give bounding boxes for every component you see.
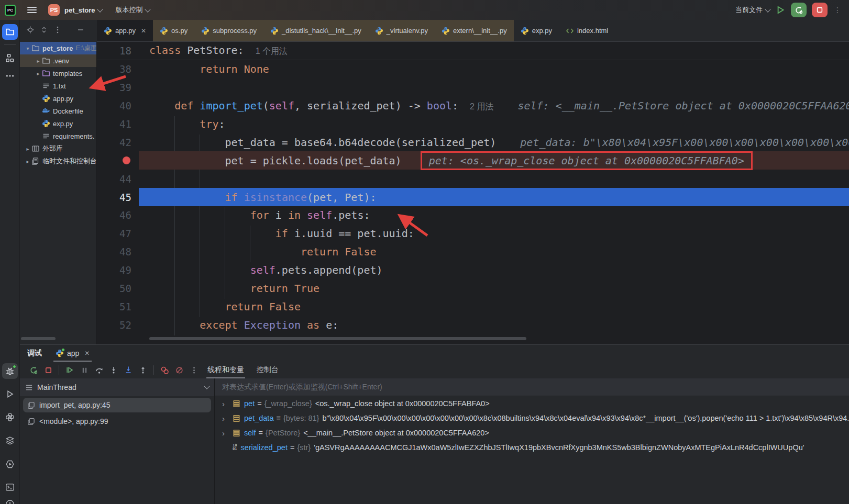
code-line[interactable]: 41 try:: [97, 115, 849, 133]
code-line[interactable]: 40 def import_pet(self, serialized_pet) …: [97, 97, 849, 115]
line-number[interactable]: 42: [97, 137, 139, 148]
code-line[interactable]: 52 except Exception as e:: [97, 316, 849, 334]
editor-tab[interactable]: _distutils_hack\__init__.py: [263, 20, 368, 41]
code-line[interactable]: 44: [97, 170, 849, 188]
line-number[interactable]: 52: [97, 319, 139, 331]
project-tree-item[interactable]: requirements.: [20, 130, 96, 142]
code-line[interactable]: 45 if isinstance(pet, Pet):: [97, 188, 849, 206]
line-number[interactable]: 45: [97, 192, 139, 203]
variable-row[interactable]: ›pet={_wrap_close}<os._wrap_close object…: [215, 396, 849, 411]
chevron-right-icon[interactable]: ›: [222, 399, 230, 408]
terminal-tool-icon[interactable]: [2, 479, 18, 495]
force-step-into-icon[interactable]: [121, 363, 136, 377]
run-button[interactable]: [775, 5, 786, 15]
editor-tab[interactable]: subprocess.py: [194, 20, 263, 41]
chevron-right-icon[interactable]: ›: [222, 414, 230, 423]
editor-hscrollbar[interactable]: [149, 337, 526, 340]
problems-tool-icon[interactable]: [2, 496, 18, 504]
editor-tab[interactable]: app.py✕: [97, 20, 153, 41]
debug-view-tab[interactable]: 控制台: [250, 362, 285, 378]
chevron-right-icon[interactable]: ›: [222, 429, 230, 438]
line-number[interactable]: 39: [97, 82, 139, 93]
breakpoint-gutter[interactable]: [97, 155, 139, 166]
more-icon[interactable]: [186, 363, 201, 377]
line-number[interactable]: 48: [97, 246, 139, 257]
run-tool-icon[interactable]: [2, 386, 18, 402]
code-line[interactable]: 46 for i in self.pets:: [97, 206, 849, 225]
step-out-icon[interactable]: [136, 363, 150, 377]
project-tree-item[interactable]: 1.txt: [20, 80, 96, 92]
close-icon[interactable]: ✕: [84, 350, 90, 357]
view-breakpoints-icon[interactable]: [157, 363, 172, 377]
debug-session-tab[interactable]: app ✕: [53, 345, 92, 362]
project-tree-item[interactable]: Dockerfile: [20, 105, 96, 117]
locate-file-icon[interactable]: [26, 26, 35, 36]
line-number[interactable]: 41: [97, 118, 139, 130]
debug-view-tab[interactable]: 线程和变量: [201, 362, 250, 378]
code-line[interactable]: 42 pet_data = base64.b64decode(serialize…: [97, 133, 849, 151]
project-tree-item[interactable]: ▸.venv: [20, 54, 96, 67]
step-over-icon[interactable]: [92, 363, 106, 377]
code-line[interactable]: 50 return True: [97, 279, 849, 298]
variable-row[interactable]: ›pet_data={bytes: 81}b"\x80\x04\x95F\x00…: [215, 411, 849, 425]
python-console-tool-icon[interactable]: [2, 409, 18, 425]
code-line[interactable]: 38 return None: [97, 60, 849, 79]
more-tools-icon[interactable]: [2, 68, 18, 84]
stop-button[interactable]: [812, 3, 828, 17]
hide-panel-icon[interactable]: [76, 26, 85, 36]
close-icon[interactable]: ✕: [141, 27, 146, 35]
project-panel-hscrollbar[interactable]: [21, 337, 56, 340]
line-number[interactable]: 38: [97, 63, 139, 75]
stop-icon[interactable]: [41, 363, 56, 377]
mute-breakpoints-icon[interactable]: [172, 363, 186, 377]
vcs-widget[interactable]: 版本控制: [116, 5, 150, 15]
project-tree-item[interactable]: ▸外部库: [20, 142, 96, 155]
editor-tab[interactable]: extern\__init__.py: [435, 20, 514, 41]
project-tree-item[interactable]: ▾pet_storeE:\桌面: [20, 42, 96, 54]
breakpoint-icon[interactable]: [123, 156, 130, 164]
line-number[interactable]: 46: [97, 209, 139, 221]
project-tree-item[interactable]: app.py: [20, 92, 96, 105]
main-menu-icon[interactable]: [27, 7, 37, 13]
editor-tab[interactable]: _virtualenv.py: [368, 20, 435, 41]
code-editor[interactable]: 18class PetStore:1 个用法 38 return None394…: [97, 42, 849, 344]
line-number[interactable]: 50: [97, 283, 139, 294]
resume-icon[interactable]: [62, 363, 77, 377]
line-number[interactable]: 51: [97, 301, 139, 312]
run-configuration-selector[interactable]: 当前文件: [735, 5, 770, 15]
variable-row[interactable]: ›self={PetStore}<__main__.PetStore objec…: [215, 425, 849, 440]
line-number[interactable]: 44: [97, 173, 139, 185]
thread-selector[interactable]: MainThread: [20, 378, 214, 396]
project-widget[interactable]: pet_store: [64, 6, 102, 14]
editor-tab[interactable]: index.html: [559, 20, 615, 41]
services-tool-icon[interactable]: [2, 433, 18, 449]
project-tree-item[interactable]: ▸临时文件和控制台: [20, 155, 96, 167]
line-number[interactable]: 47: [97, 228, 139, 239]
pause-icon[interactable]: [77, 363, 92, 377]
code-line[interactable]: 47 if i.uuid == pet.uuid:: [97, 225, 849, 243]
run-anything-tool-icon[interactable]: [2, 456, 18, 472]
editor-tab[interactable]: exp.py: [514, 20, 559, 41]
step-into-icon[interactable]: [106, 363, 121, 377]
code-line[interactable]: 39: [97, 79, 849, 97]
more-icon[interactable]: ⋮: [834, 6, 842, 14]
variable-row[interactable]: 1001serialized_pet={str}'gASVRgAAAAAAAAC…: [215, 440, 849, 455]
rerun-debug-button[interactable]: [791, 3, 807, 17]
stack-frame-row[interactable]: import_pet, app.py:45: [23, 398, 211, 412]
code-line[interactable]: 48 return False: [97, 243, 849, 261]
project-tool-icon[interactable]: [2, 24, 18, 40]
code-line[interactable]: pet = pickle.loads(pet_data)pet: <os._wr…: [97, 151, 849, 170]
editor-tab[interactable]: os.py: [153, 20, 194, 41]
code-line[interactable]: 51 return False: [97, 297, 849, 316]
sticky-code-line[interactable]: 18class PetStore:1 个用法: [97, 42, 849, 60]
structure-tool-icon[interactable]: [2, 50, 18, 66]
line-number[interactable]: 40: [97, 100, 139, 111]
rerun-debug-icon[interactable]: [26, 363, 41, 377]
project-tree-item[interactable]: ▸templates: [20, 67, 96, 80]
line-number[interactable]: 49: [97, 264, 139, 276]
more-icon[interactable]: [53, 26, 62, 36]
collapse-all-icon[interactable]: [40, 26, 48, 36]
project-tree-item[interactable]: exp.py: [20, 117, 96, 130]
code-line[interactable]: 49 self.pets.append(pet): [97, 261, 849, 279]
line-number[interactable]: 18: [97, 45, 139, 57]
